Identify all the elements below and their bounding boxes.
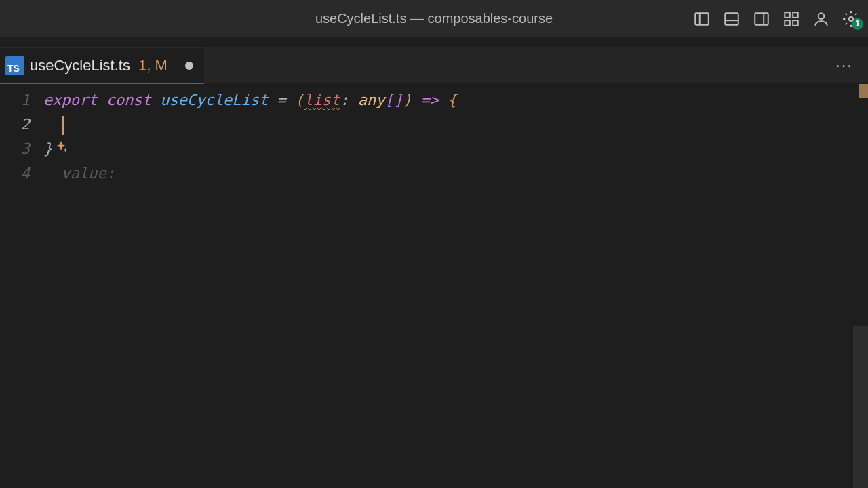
code-line-4: value: (43, 161, 868, 186)
minimap[interactable] (856, 83, 868, 488)
panel-right-icon[interactable] (753, 10, 770, 28)
window-title: useCycleList.ts — composables-course (315, 11, 553, 26)
code-line-1: export const useCycleList = (list: any[]… (43, 88, 868, 113)
panel-left-icon[interactable] (693, 10, 711, 28)
tab-more-button[interactable]: ··· (835, 56, 853, 75)
svg-rect-0 (695, 13, 709, 24)
scrollbar[interactable] (853, 326, 868, 488)
svg-rect-4 (755, 13, 768, 24)
line-number: 4 (0, 161, 43, 186)
unsaved-indicator-icon (185, 62, 193, 70)
svg-rect-7 (793, 12, 798, 18)
title-actions: 1 (693, 10, 860, 28)
tab-usecyclelist[interactable]: TS useCycleList.ts 1, M (0, 47, 204, 83)
line-number: 1 (0, 88, 43, 113)
svg-point-10 (818, 13, 825, 19)
svg-rect-2 (725, 13, 738, 24)
svg-rect-8 (785, 20, 790, 26)
settings-button[interactable]: 1 (842, 10, 860, 28)
code-line-3: } (43, 137, 868, 161)
gutter: 1 2 3 4 (0, 83, 43, 488)
editor-area[interactable]: 1 2 3 4 export const useCycleList = (lis… (0, 83, 868, 488)
minimap-warning-mark (859, 84, 868, 98)
settings-badge: 1 (852, 18, 863, 30)
tab-bar: TS useCycleList.ts 1, M ··· (0, 47, 868, 83)
tab-filename: useCycleList.ts (30, 57, 130, 75)
cursor (62, 116, 64, 135)
svg-rect-6 (785, 12, 790, 18)
line-number: 3 (0, 137, 43, 161)
title-bar: useCycleList.ts — composables-course 1 (0, 0, 868, 37)
line-number: 2 (0, 113, 43, 137)
svg-rect-9 (793, 20, 798, 26)
typescript-icon: TS (5, 56, 24, 75)
sparkle-icon[interactable] (54, 138, 68, 162)
code-content[interactable]: export const useCycleList = (list: any[]… (43, 83, 868, 488)
panel-bottom-icon[interactable] (723, 10, 741, 28)
code-line-2 (43, 113, 868, 137)
tab-status: 1, M (138, 57, 167, 75)
account-icon[interactable] (812, 10, 830, 28)
ghost-suggestion: value: (43, 165, 115, 182)
layout-grid-icon[interactable] (783, 10, 800, 28)
